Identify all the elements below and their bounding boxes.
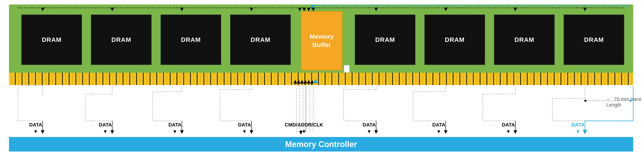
dram-chip-7: DRAM (494, 14, 555, 65)
signal-label-data7: DATA ▼ (502, 122, 515, 135)
gold-contacts (9, 73, 633, 85)
connector-box (344, 65, 350, 73)
dram-chip-5: DRAM (355, 14, 416, 65)
signal-label-data5: DATA ▼ (363, 122, 376, 135)
diagram-container: DRAM DRAM DRAM DRAM MemoryBuffer DRAM DR… (0, 0, 644, 156)
dram-chip-4: DRAM (230, 14, 291, 65)
signal-label-data6: DATA ▼ (432, 122, 445, 135)
signal-label-data3: DATA ▼ (168, 122, 182, 135)
pcb-board: DRAM DRAM DRAM DRAM MemoryBuffer DRAM DR… (9, 4, 633, 85)
signal-label-data2: DATA ▼ (99, 122, 112, 135)
memory-controller: Memory Controller (9, 137, 633, 152)
signal-label-data4: DATA ▼ (238, 122, 251, 135)
trace-length-label: ← 70 mm trace Length (606, 96, 642, 108)
signal-label-data8: DATA ▼ (572, 122, 584, 135)
memory-buffer-chip: MemoryBuffer (301, 11, 342, 71)
dram-chip-8: DRAM (564, 14, 624, 65)
memory-buffer-label: MemoryBuffer (310, 33, 334, 49)
dram-chip-6: DRAM (424, 14, 485, 65)
dram-chip-1: DRAM (21, 14, 82, 65)
signal-label-cmd: CMD/ADDR/CLK ▼ (285, 122, 323, 135)
signal-label-data1: DATA ▼ (29, 122, 42, 135)
dram-chip-3: DRAM (160, 14, 221, 65)
dram-chip-2: DRAM (91, 14, 152, 65)
